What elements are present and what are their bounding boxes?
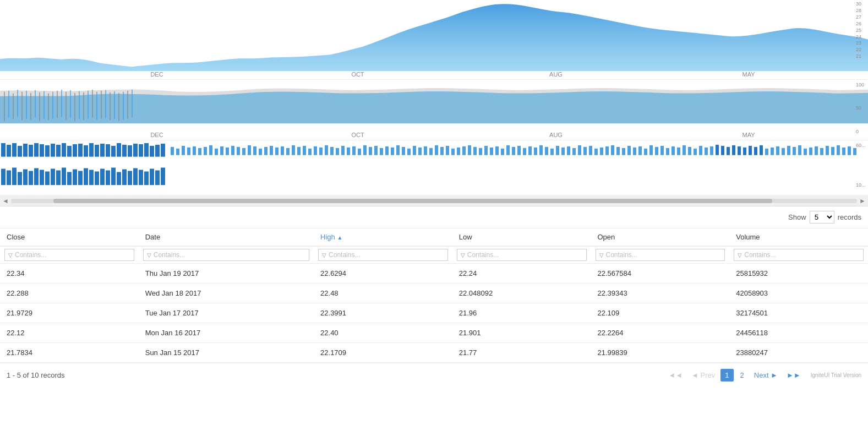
- svg-rect-70: [100, 144, 105, 157]
- svg-rect-202: [831, 147, 834, 155]
- last-page-button[interactable]: ►►: [783, 369, 804, 382]
- col-header-open[interactable]: Open: [591, 228, 730, 246]
- svg-rect-160: [600, 148, 603, 155]
- svg-rect-101: [275, 148, 279, 155]
- filter-input-close[interactable]: ▽ Contains...: [4, 249, 134, 261]
- table-row: 21.9729Tue Jan 17 201722.399121.9622.109…: [0, 303, 868, 323]
- scrollbar-track[interactable]: [11, 199, 857, 203]
- svg-rect-87: [198, 148, 201, 155]
- svg-rect-66: [78, 144, 83, 157]
- svg-rect-94: [237, 147, 240, 155]
- svg-rect-100: [270, 146, 273, 155]
- svg-rect-165: [627, 146, 631, 155]
- svg-rect-131: [440, 147, 444, 155]
- svg-text:60...: 60...: [856, 143, 865, 148]
- svg-rect-149: [539, 145, 543, 155]
- svg-rect-132: [446, 146, 449, 155]
- prev-page-button[interactable]: ◄ Prev: [688, 369, 718, 382]
- svg-rect-170: [655, 147, 658, 155]
- cell-date: Tue Jan 17 2017: [139, 303, 314, 323]
- svg-rect-167: [638, 146, 642, 155]
- svg-rect-230: [128, 171, 132, 185]
- svg-rect-134: [457, 148, 460, 155]
- svg-rect-121: [385, 146, 389, 155]
- svg-rect-136: [468, 145, 471, 155]
- svg-rect-108: [314, 146, 317, 155]
- svg-rect-185: [738, 146, 741, 155]
- svg-rect-176: [688, 147, 691, 155]
- svg-rect-201: [826, 146, 829, 155]
- svg-rect-192: [776, 146, 779, 155]
- col-header-close[interactable]: Close: [0, 228, 139, 246]
- svg-rect-62: [56, 145, 61, 157]
- svg-rect-231: [133, 168, 138, 185]
- svg-rect-150: [545, 147, 548, 155]
- svg-rect-210: [18, 172, 22, 185]
- filter-input-open[interactable]: ▽ Contains...: [596, 249, 725, 261]
- svg-rect-193: [782, 148, 785, 155]
- svg-rect-222: [84, 168, 88, 185]
- next-page-button[interactable]: Next ►: [751, 369, 781, 382]
- cell-low: 21.96: [452, 303, 591, 323]
- svg-rect-122: [391, 148, 394, 155]
- filter-close: ▽ Contains...: [0, 246, 139, 264]
- table-controls: Show 5 10 25 records: [0, 206, 868, 228]
- svg-rect-123: [396, 145, 400, 155]
- svg-rect-204: [842, 148, 845, 155]
- filter-date: ▽ Contains...: [139, 246, 314, 264]
- svg-rect-75: [128, 145, 132, 157]
- svg-rect-130: [435, 145, 438, 155]
- filter-icon-open: ▽: [599, 252, 604, 258]
- filter-input-high[interactable]: ▽ Contains...: [318, 249, 448, 261]
- svg-rect-211: [23, 169, 28, 185]
- svg-rect-152: [556, 146, 559, 155]
- col-header-date[interactable]: Date: [139, 228, 314, 246]
- records-label: records: [838, 213, 861, 221]
- svg-rect-180: [710, 146, 713, 155]
- filter-open: ▽ Contains...: [591, 246, 730, 264]
- svg-rect-224: [95, 171, 99, 185]
- filter-input-volume[interactable]: ▽ Contains...: [734, 249, 864, 261]
- svg-rect-97: [253, 146, 256, 155]
- svg-rect-216: [51, 168, 55, 185]
- svg-rect-182: [721, 146, 724, 155]
- svg-rect-214: [40, 170, 44, 185]
- svg-rect-154: [567, 146, 570, 155]
- col-header-low[interactable]: Low: [452, 228, 591, 246]
- records-info: 1 - 5 of 10 records: [7, 371, 65, 379]
- svg-text:30: 30: [856, 1, 861, 7]
- filter-input-low[interactable]: ▽ Contains...: [457, 249, 587, 261]
- cell-volume: 24456118: [729, 323, 868, 343]
- svg-rect-114: [347, 148, 350, 155]
- svg-rect-235: [155, 170, 160, 185]
- svg-rect-55: [18, 146, 22, 157]
- svg-rect-118: [369, 147, 372, 155]
- filter-input-date[interactable]: ▽ Contains...: [143, 249, 309, 261]
- svg-text:AUG: AUG: [549, 71, 563, 78]
- svg-rect-166: [633, 148, 636, 155]
- filter-icon-close: ▽: [8, 252, 13, 258]
- svg-rect-189: [760, 145, 763, 155]
- cell-close: 22.288: [0, 284, 139, 303]
- svg-rect-236: [161, 168, 165, 186]
- price-area-svg: DEC OCT AUG MAY 30 28 27 26 25 24 23 22 …: [0, 0, 868, 79]
- svg-rect-226: [106, 170, 110, 185]
- svg-rect-196: [798, 145, 801, 155]
- scrollbar-thumb[interactable]: [53, 199, 773, 203]
- first-page-button[interactable]: ◄◄: [665, 369, 686, 382]
- records-per-page-select[interactable]: 5 10 25: [810, 211, 834, 224]
- svg-rect-67: [84, 145, 88, 157]
- col-header-high[interactable]: High ▲: [314, 228, 452, 246]
- col-header-volume[interactable]: Volume: [729, 228, 868, 246]
- svg-rect-138: [479, 148, 482, 155]
- page-2-button[interactable]: 2: [736, 369, 749, 382]
- svg-rect-157: [583, 147, 587, 155]
- chart-scrollbar[interactable]: ◄ ►: [0, 195, 868, 206]
- svg-rect-85: [187, 148, 190, 155]
- svg-rect-116: [358, 149, 361, 155]
- candlestick-chart: DEC OCT AUG MAY 100 50 0: [0, 80, 868, 140]
- svg-rect-207: [1, 168, 6, 185]
- svg-rect-218: [62, 168, 66, 186]
- svg-rect-71: [106, 144, 110, 157]
- page-1-button[interactable]: 1: [720, 369, 733, 382]
